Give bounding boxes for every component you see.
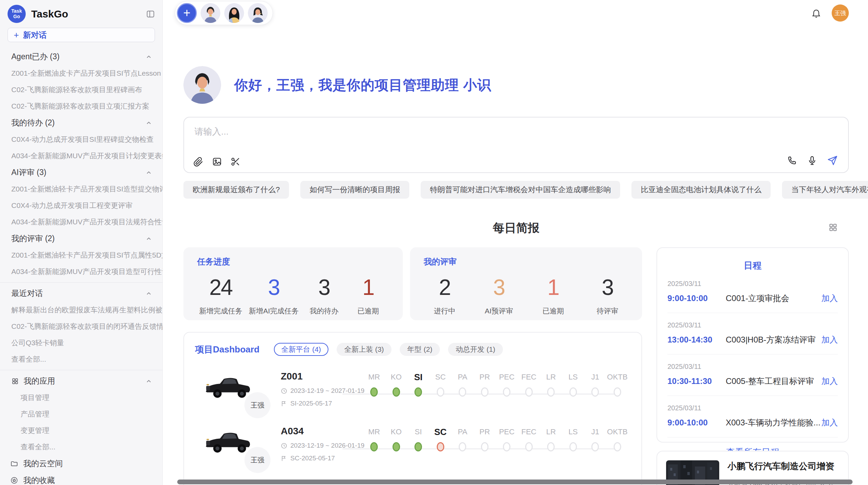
quick-avatars-bar: + xyxy=(175,1,273,25)
recent-conversation[interactable]: 公司Q3轻卡销量 xyxy=(0,335,162,351)
notification-bell-icon[interactable] xyxy=(811,8,821,18)
milestone-fec: FEC xyxy=(518,372,540,397)
project-code: A034 xyxy=(281,426,363,437)
stat-label: AI预评审 xyxy=(480,306,518,316)
new-chat-button[interactable]: + 新对话 xyxy=(8,28,155,42)
tab-year-model[interactable]: 年型 (2) xyxy=(400,343,440,356)
join-link[interactable]: 加入 xyxy=(821,376,838,387)
schedule-item[interactable]: 2025/03/11 9:00-10:00 X003-车辆动力学性能验... 加… xyxy=(667,396,838,437)
recent-conversation[interactable]: 解释最新出台的欧盟报废车法规再生塑料比例被调至15%... xyxy=(0,302,162,318)
message-input[interactable] xyxy=(194,126,645,137)
tab-new-platform[interactable]: 全新平台 (4) xyxy=(274,343,329,356)
review-item[interactable]: C0X4-动力总成开发项目工程变更评审 xyxy=(0,197,162,214)
content: 你好，王强，我是你的项目管理助理 小识 欧洲新规最近颁布了什么? 如何写一份清晰… xyxy=(163,26,868,485)
clock-icon xyxy=(281,443,287,449)
tab-powertrain[interactable]: 动总开发 (1) xyxy=(448,343,503,356)
section-header-my-todo[interactable]: 我的待办 (2) xyxy=(0,114,162,131)
sidebar-item-favorites[interactable]: 我的收藏 xyxy=(0,472,162,485)
flag-icon xyxy=(281,400,287,407)
suggestion-chip[interactable]: 如何写一份清晰的项目周报 xyxy=(300,181,409,199)
schedule-time: 9:00-10:00 xyxy=(667,418,726,427)
project-car-image: 王强 xyxy=(203,426,255,460)
todo-item[interactable]: A034-全新新能源MUV产品开发项目计划变更表编写 xyxy=(0,148,162,164)
conversation-item[interactable]: C02-飞腾新能源轻客改款项目里程碑画布 xyxy=(0,82,162,98)
app-item-product-mgmt[interactable]: 产品管理 xyxy=(0,406,162,422)
join-link[interactable]: 加入 xyxy=(821,417,838,428)
message-composer xyxy=(183,117,849,173)
section-header-my-review[interactable]: 我的评审 (2) xyxy=(0,230,162,247)
stat: 3 新增AI完成任务 xyxy=(249,275,299,316)
schedule-title: 日程 xyxy=(667,260,838,272)
section-header-ai-review[interactable]: AI评审 (3) xyxy=(0,164,162,181)
app-item-change-mgmt[interactable]: 变更管理 xyxy=(0,422,162,439)
milestone-dot xyxy=(569,387,577,397)
avatar-contact-1[interactable] xyxy=(201,3,220,23)
stat-value: 2 xyxy=(426,275,463,300)
suggestion-chip[interactable]: 当下年轻人对汽车外观有怎样的喜好趋势 xyxy=(782,181,868,199)
review-item[interactable]: Z001-全新燃油轻卡产品开发项目SI节点属性5D文件评审 xyxy=(0,247,162,263)
view-all-conversations[interactable]: 查看全部... xyxy=(0,351,162,368)
section-header-recent[interactable]: 最近对话 xyxy=(0,285,162,302)
layout-grid-icon[interactable] xyxy=(828,223,838,232)
milestone-pec: PEC xyxy=(496,426,518,451)
star-badge-icon xyxy=(10,476,18,484)
paperclip-icon[interactable] xyxy=(193,157,204,167)
tab-new-body[interactable]: 全新上装 (3) xyxy=(337,343,391,356)
conversation-item[interactable]: Z001-全新燃油皮卡产品开发项目SI节点Lesson Learn报告 xyxy=(0,65,162,82)
milestone-dot xyxy=(591,442,599,451)
assistant-avatar xyxy=(183,66,221,104)
image-icon[interactable] xyxy=(212,157,222,167)
section-title: 我的应用 xyxy=(24,376,55,386)
section-header-my-apps[interactable]: 我的应用 xyxy=(0,373,162,389)
suggestion-chip[interactable]: 欧洲新规最近颁布了什么? xyxy=(183,181,289,199)
project-flag-milestone: SI-2025-05-17 xyxy=(281,400,363,407)
stat-label: 已逾期 xyxy=(534,306,572,316)
scissors-icon[interactable] xyxy=(230,157,241,167)
section-title: 我的评审 (2) xyxy=(11,233,55,244)
send-icon[interactable] xyxy=(827,155,838,166)
horizontal-scrollbar[interactable] xyxy=(177,480,853,484)
section-header-agent-done[interactable]: Agent已办 (3) xyxy=(0,48,162,65)
sidebar-scroll-area: Agent已办 (3) Z001-全新燃油皮卡产品开发项目SI节点Lesson … xyxy=(0,46,162,485)
app-item-project-mgmt[interactable]: 项目管理 xyxy=(0,389,162,406)
suggestion-chips: 欧洲新规最近颁布了什么? 如何写一份清晰的项目周报 特朗普可能对进口汽车增税会对… xyxy=(183,181,849,199)
microphone-icon[interactable] xyxy=(807,156,817,166)
project-row[interactable]: 王强 A034 2023-12-19 ~ 2026-01-19 SC-2025-… xyxy=(184,411,641,465)
suggestion-chip[interactable]: 特朗普可能对进口汽车增税会对中国车企造成哪些影响 xyxy=(421,181,620,199)
milestone-j1: J1 xyxy=(584,426,606,451)
milestone-ls: LS xyxy=(562,372,584,397)
schedule-item[interactable]: 2025/03/11 9:00-10:00 C001-立项审批会 加入 xyxy=(667,272,838,313)
todo-item[interactable]: C0X4-动力总成开发项目SI里程碑提交物检查 xyxy=(0,131,162,148)
milestone-dot xyxy=(459,442,466,451)
project-owner-badge: 王强 xyxy=(244,392,270,418)
suggestion-chip[interactable]: 比亚迪全固态电池计划具体说了什么 xyxy=(631,181,771,199)
logo-text-top: Task xyxy=(11,9,22,14)
milestone-ls: LS xyxy=(562,426,584,451)
view-all-apps[interactable]: 查看全部... xyxy=(0,439,162,455)
avatar-contact-2[interactable] xyxy=(224,3,244,23)
project-row[interactable]: 王强 Z001 2023-12-19 ~ 2027-01-19 SI-2025-… xyxy=(184,356,641,411)
schedule-item[interactable]: 2025/03/11 10:30-11:30 C005-整车工程目标评审 加入 xyxy=(667,355,838,396)
sidebar-item-cloud-space[interactable]: 我的云空间 xyxy=(0,455,162,472)
milestone-si: SI xyxy=(407,372,430,397)
recent-conversation[interactable]: C02-飞腾新能源轻客改款项目的闭环通告反馈情况 xyxy=(0,318,162,335)
avatar-contact-3[interactable] xyxy=(248,3,268,23)
composer-right-icons xyxy=(787,155,838,166)
review-item[interactable]: Z001-全新燃油轻卡产品开发项目SI造型提交物评审 xyxy=(0,181,162,197)
stat: 3 我的待办 xyxy=(305,275,343,316)
dashboard-header: 项目Dashboard 全新平台 (4) 全新上装 (3) 年型 (2) 动总开… xyxy=(184,343,641,356)
new-chat-label: 新对话 xyxy=(23,30,47,40)
card-title: 我的评审 xyxy=(424,256,628,267)
review-item[interactable]: A034-全新新能源MUV产品开发项目造型可行性评审 xyxy=(0,263,162,280)
stat-label: 进行中 xyxy=(426,306,463,316)
conversation-item[interactable]: C02-飞腾新能源轻客改款项目立项汇报方案 xyxy=(0,98,162,114)
add-contact-button[interactable]: + xyxy=(177,3,197,23)
task-progress-card: 任务进度 24 新增完成任务 3 新增AI完成任务 3 xyxy=(183,247,403,320)
sidebar-collapse-icon[interactable] xyxy=(146,10,155,18)
schedule-item[interactable]: 2025/03/11 13:00-14:30 C003|H0B-方案冻结评审 加… xyxy=(667,313,838,355)
phone-icon[interactable] xyxy=(787,156,797,166)
join-link[interactable]: 加入 xyxy=(821,334,838,345)
review-item[interactable]: A034-全新新能源MUV产品开发项目法规符合性评审 xyxy=(0,214,162,230)
join-link[interactable]: 加入 xyxy=(821,293,838,304)
user-avatar[interactable]: 王强 xyxy=(832,4,849,22)
